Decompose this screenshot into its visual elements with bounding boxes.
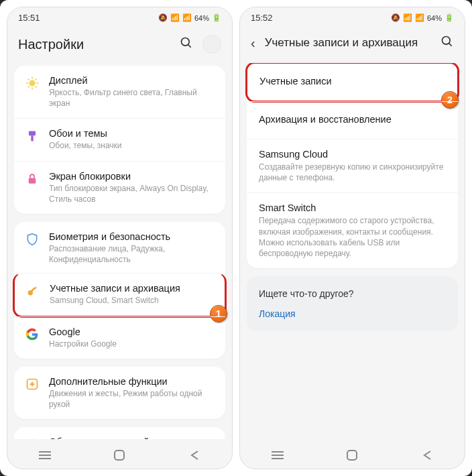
svg-line-9 (28, 86, 30, 88)
settings-item-advanced-features[interactable]: Дополнительные функции Движения и жесты,… (14, 367, 225, 419)
row-subtitle: Движения и жесты, Режим работы одной рук… (49, 388, 215, 410)
item-accounts[interactable]: Учетные записи 2 (245, 63, 459, 103)
svg-line-8 (36, 86, 37, 88)
header: Настройки (7, 25, 232, 66)
settings-item-accounts[interactable]: Учетные записи и архивация Samsung Cloud… (13, 273, 227, 317)
row-title: Google (49, 326, 215, 337)
settings-item-device-care[interactable]: Обслуживание устройства Аккумулятор, хра… (14, 427, 225, 439)
settings-group: Обслуживание устройства Аккумулятор, хра… (14, 427, 225, 439)
header: ‹ Учетные записи и архивация (240, 25, 465, 63)
svg-rect-12 (31, 136, 33, 141)
lock-icon (25, 172, 40, 186)
settings-item-google[interactable]: Google Настройки Google (14, 316, 225, 359)
row-subtitle: Тип блокировки экрана, Always On Display… (49, 183, 215, 204)
row-title: Учетные записи (259, 76, 332, 86)
accounts-list[interactable]: Учетные записи 2 Архивация и восстановле… (240, 63, 465, 439)
nav-bar (240, 439, 465, 469)
row-title: Smart Switch (259, 202, 446, 213)
row-title: Учетные записи и архивация (50, 283, 214, 294)
svg-point-25 (442, 37, 451, 45)
row-title: Экран блокировки (49, 171, 215, 182)
settings-item-biometrics[interactable]: Биометрия и безопасность Распознавание л… (14, 222, 225, 274)
signal-icon: 📶 (182, 13, 192, 22)
row-subtitle: Samsung Cloud, Smart Switch (50, 295, 214, 306)
row-title: Samsung Cloud (259, 149, 446, 160)
row-text: Обои и темы Обои, темы, значки (49, 128, 215, 151)
svg-rect-11 (29, 131, 36, 136)
status-bar: 15:52 🔕 📶 📶 64% 🔋 (240, 7, 465, 25)
battery-icon: 🔋 (445, 13, 454, 22)
shield-icon (25, 232, 40, 247)
google-icon (25, 327, 40, 342)
phone-right: 15:52 🔕 📶 📶 64% 🔋 ‹ Учетные записи и арх… (239, 7, 465, 469)
settings-group: Биометрия и безопасность Распознавание л… (14, 222, 225, 359)
search-button[interactable] (180, 36, 193, 52)
display-icon (25, 76, 40, 91)
settings-item-lockscreen[interactable]: Экран блокировки Тип блокировки экрана, … (14, 161, 225, 214)
row-subtitle: Обои, темы, значки (49, 140, 215, 151)
nav-bar (7, 439, 232, 469)
svg-line-10 (36, 79, 37, 80)
back-button[interactable] (188, 449, 201, 462)
row-text: Экран блокировки Тип блокировки экрана, … (49, 171, 215, 204)
svg-point-0 (182, 38, 190, 46)
row-text: Обслуживание устройства Аккумулятор, хра… (49, 436, 215, 439)
svg-line-26 (449, 44, 452, 46)
mute-icon: 🔕 (158, 13, 168, 22)
home-button[interactable] (113, 449, 126, 462)
gear-icon (25, 437, 40, 439)
row-title: Обслуживание устройства (49, 436, 215, 439)
home-button[interactable] (345, 449, 359, 462)
row-title: Дополнительные функции (49, 376, 215, 387)
svg-line-1 (188, 45, 191, 48)
battery-text: 64% (194, 14, 209, 22)
back-button[interactable] (420, 449, 434, 462)
profile-avatar[interactable] (202, 35, 221, 54)
back-arrow-button[interactable]: ‹ (251, 36, 255, 51)
svg-line-7 (28, 79, 30, 80)
settings-group: Дополнительные функции Движения и жесты,… (14, 367, 225, 419)
key-icon (25, 284, 40, 298)
battery-text: 64% (427, 14, 442, 22)
row-text: Биометрия и безопасность Распознавание л… (49, 231, 215, 265)
row-subtitle: Распознавание лица, Радужка, Конфиденциа… (49, 243, 215, 265)
signal-icon: 📶 (415, 13, 424, 22)
status-right: 🔕 📶 📶 64% 🔋 (391, 13, 454, 23)
row-subtitle: Передача содержимого со старого устройст… (259, 215, 446, 259)
row-text: Учетные записи и архивация Samsung Cloud… (50, 283, 214, 306)
status-time: 15:51 (18, 13, 40, 23)
row-text: Google Настройки Google (49, 326, 215, 349)
settings-list[interactable]: Дисплей Яркость, Фильтр синего света, Гл… (7, 66, 232, 439)
item-samsung-cloud[interactable]: Samsung Cloud Создавайте резервную копию… (247, 139, 458, 192)
brush-icon (25, 129, 40, 143)
item-backup-restore[interactable]: Архивация и восстановление (247, 101, 458, 139)
settings-item-wallpaper[interactable]: Обои и темы Обои, темы, значки (14, 118, 225, 160)
wifi-icon: 📶 (403, 13, 412, 22)
svg-point-2 (29, 80, 35, 86)
settings-item-display[interactable]: Дисплей Яркость, Фильтр синего света, Гл… (14, 66, 225, 118)
status-time: 15:52 (251, 13, 273, 23)
info-question: Ищете что-то другое? (259, 288, 446, 299)
info-link-location[interactable]: Локация (259, 308, 446, 319)
plus-icon (25, 377, 40, 392)
row-title: Дисплей (49, 75, 215, 86)
row-subtitle: Настройки Google (49, 339, 215, 349)
settings-group: Дисплей Яркость, Фильтр синего света, Гл… (14, 66, 225, 214)
recent-apps-button[interactable] (38, 449, 52, 462)
search-button[interactable] (440, 35, 454, 51)
svg-rect-30 (347, 451, 357, 460)
wifi-icon: 📶 (170, 13, 180, 22)
svg-rect-13 (29, 178, 36, 183)
page-title: Учетные записи и архивация (265, 36, 431, 50)
recent-apps-button[interactable] (271, 449, 284, 462)
item-smart-switch[interactable]: Smart Switch Передача содержимого со ста… (247, 192, 458, 268)
row-title: Архивация и восстановление (259, 114, 392, 125)
status-right: 🔕 📶 📶 64% 🔋 (158, 13, 221, 23)
tutorial-container: 15:51 🔕 📶 📶 64% 🔋 Настройки (0, 0, 472, 476)
accounts-card: Учетные записи 2 Архивация и восстановле… (247, 63, 458, 268)
row-subtitle: Создавайте резервную копию и синхронизир… (259, 162, 446, 183)
battery-icon: 🔋 (212, 13, 221, 22)
row-text: Дисплей Яркость, Фильтр синего света, Гл… (49, 75, 215, 109)
row-text: Дополнительные функции Движения и жесты,… (49, 376, 215, 410)
row-subtitle: Яркость, Фильтр синего света, Главный эк… (49, 87, 215, 109)
